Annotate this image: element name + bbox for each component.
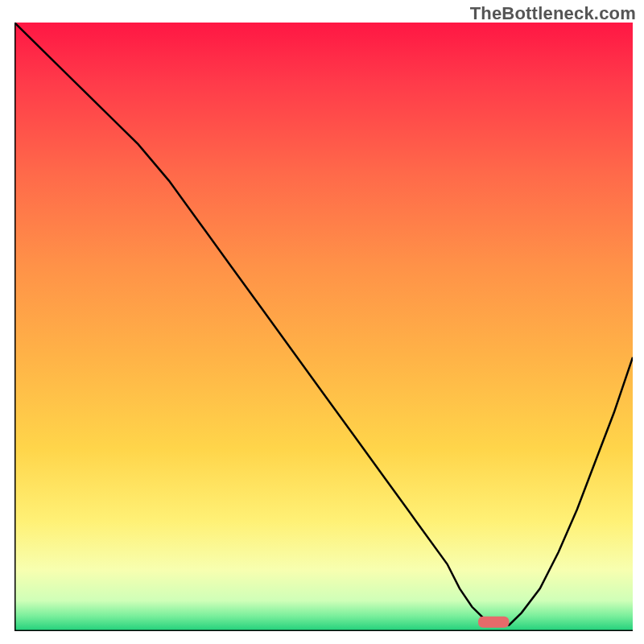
bottleneck-curve (14, 23, 633, 625)
optimal-marker (478, 617, 509, 628)
chart-overlay (14, 23, 633, 631)
chart-area (14, 23, 633, 631)
watermark-label: TheBottleneck.com (470, 3, 636, 24)
